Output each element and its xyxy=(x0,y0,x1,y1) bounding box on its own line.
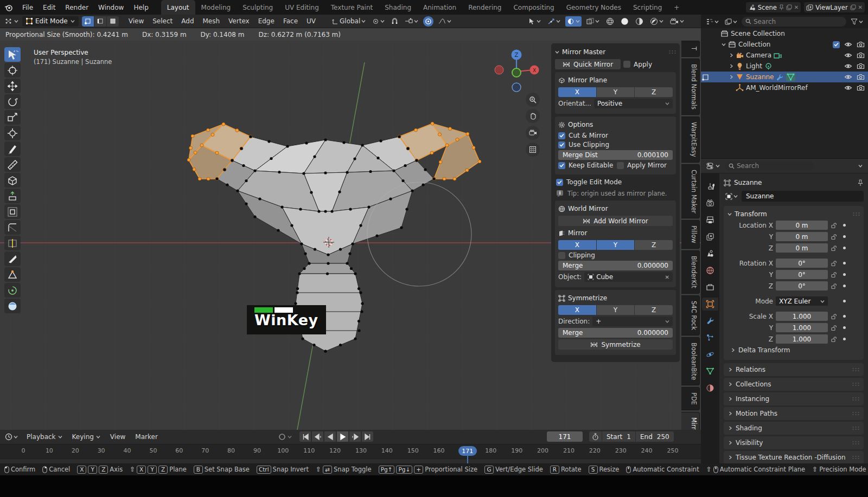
auto-keying-toggle[interactable] xyxy=(278,433,292,441)
world-clipping-checkbox[interactable]: Clipping xyxy=(558,251,595,259)
chevron-down-icon[interactable] xyxy=(727,212,732,216)
animate-property-dot[interactable] xyxy=(843,326,846,329)
workspace-tab-shading[interactable]: Shading xyxy=(379,0,417,15)
workspace-tab-sculpting[interactable]: Sculpting xyxy=(237,0,279,15)
world-mirror-axis-z[interactable]: Z xyxy=(635,240,673,250)
playhead-pill[interactable]: 171 xyxy=(458,446,477,456)
add-cube-tool[interactable] xyxy=(4,173,21,188)
delete-scene-icon[interactable]: ✕ xyxy=(794,4,799,10)
animate-property-dot[interactable] xyxy=(843,338,846,340)
camera-view-icon[interactable] xyxy=(526,126,540,140)
vertex-select-button[interactable] xyxy=(82,16,94,27)
play-back-button[interactable] xyxy=(324,431,336,442)
snap-target-dropdown[interactable] xyxy=(403,17,420,25)
proportional-editing-toggle[interactable] xyxy=(423,16,433,27)
chevron-right-icon[interactable] xyxy=(729,53,733,57)
properties-options-dropdown[interactable] xyxy=(857,163,864,169)
delta-transform-toggle[interactable]: Delta Transform xyxy=(731,345,860,356)
add-world-mirror-button[interactable]: Add World Mirror xyxy=(558,216,673,226)
lock-icon[interactable] xyxy=(831,336,837,343)
viewport-menu-mesh[interactable]: Mesh xyxy=(199,17,225,25)
merge-dist-field[interactable]: Merge Dist0.000100 xyxy=(558,150,673,160)
object-data-tab[interactable] xyxy=(702,365,718,378)
gizmos-toggle[interactable] xyxy=(546,17,562,25)
quick-mirror-button[interactable]: Quick Mirror xyxy=(555,59,621,69)
inset-faces-tool[interactable] xyxy=(4,204,21,219)
viewport-menu-uv[interactable]: UV xyxy=(302,17,320,25)
transform-value-field[interactable]: 0 m xyxy=(776,232,828,241)
world-tab[interactable] xyxy=(702,264,718,277)
eye-icon[interactable] xyxy=(844,51,852,59)
render-visibility-icon[interactable] xyxy=(857,51,865,59)
transform-value-field[interactable]: 1.000 xyxy=(776,334,828,344)
lock-icon[interactable] xyxy=(831,283,837,289)
outliner-row-light[interactable]: Light xyxy=(701,61,868,72)
object-tab[interactable] xyxy=(702,298,718,311)
panel-collections[interactable]: Collections xyxy=(724,378,864,391)
viewport-menu-edge[interactable]: Edge xyxy=(254,17,279,25)
menu-help[interactable]: Help xyxy=(129,4,153,11)
eye-icon[interactable] xyxy=(844,84,852,92)
jump-end-button[interactable] xyxy=(362,431,373,442)
symmetrize-axis-z[interactable]: Z xyxy=(635,305,673,315)
object-name-field[interactable]: Suzanne xyxy=(742,191,864,202)
selectability-dropdown[interactable] xyxy=(526,17,542,25)
use-clipping-checkbox[interactable]: Use Clipping xyxy=(558,141,609,149)
panel-instancing[interactable]: Instancing xyxy=(724,392,864,405)
viewport-menu-vertex[interactable]: Vertex xyxy=(224,17,254,25)
lock-icon[interactable] xyxy=(831,245,837,251)
symmetrize-axis-y[interactable]: Y xyxy=(597,305,635,315)
symmetrize-axis-x[interactable]: X xyxy=(558,305,596,315)
sidebar-tab-t[interactable]: T xyxy=(681,41,700,57)
transform-value-field[interactable]: 0 m xyxy=(776,243,828,253)
menu-edit[interactable]: Edit xyxy=(38,4,60,11)
physics-tab[interactable] xyxy=(702,348,718,361)
world-mirror-axes-header[interactable]: Mirror xyxy=(558,228,673,238)
panel-shading[interactable]: Shading xyxy=(724,422,864,435)
editor-type-button[interactable] xyxy=(3,17,20,25)
scene-tab[interactable] xyxy=(702,247,718,260)
world-mirror-axis-y[interactable]: Y xyxy=(597,240,635,250)
frame-start-field[interactable]: Start1 xyxy=(602,431,635,442)
mirror-plane-header[interactable]: Mirror Plane xyxy=(558,75,673,86)
outliner-row-collection[interactable]: Collection xyxy=(701,39,868,50)
chevron-down-icon[interactable] xyxy=(722,42,726,47)
render-preview-dropdown[interactable] xyxy=(668,17,686,25)
mirror-plane-axis-x[interactable]: X xyxy=(558,87,596,97)
scene-selector[interactable]: Scene ✕ xyxy=(746,2,801,12)
prev-key-button[interactable] xyxy=(312,431,323,442)
sidebar-tab-pde[interactable]: PDE xyxy=(681,387,700,410)
knife-tool[interactable] xyxy=(4,251,21,266)
outliner-library-dropdown[interactable] xyxy=(723,18,739,25)
mode-dropdown[interactable]: Edit Mode xyxy=(22,16,79,27)
panel-grip-icon[interactable] xyxy=(668,50,676,54)
orientation-dropdown[interactable]: Positive xyxy=(594,99,673,108)
collection-tab[interactable] xyxy=(702,281,718,294)
workspace-tab-animation[interactable]: Animation xyxy=(417,0,462,15)
scale-tool[interactable] xyxy=(4,110,21,125)
zoom-tool-icon[interactable] xyxy=(526,93,540,107)
sidebar-tab-mirror-master[interactable]: Mirror Master xyxy=(681,412,700,430)
remove-viewlayer-icon[interactable]: ✕ xyxy=(858,4,863,10)
spin-tool[interactable] xyxy=(4,283,21,298)
transform-value-field[interactable]: 0 m xyxy=(776,221,828,230)
sidebar-tab-booleanbite[interactable]: BooleanBite xyxy=(681,337,700,385)
timeline-menu-marker[interactable]: Marker xyxy=(130,433,162,441)
new-viewlayer-icon[interactable] xyxy=(850,4,856,10)
workspace-tab-scripting[interactable]: Scripting xyxy=(627,0,668,15)
navigation-gizmo[interactable]: ZX xyxy=(491,46,542,98)
shading-material-button[interactable] xyxy=(634,17,645,26)
collection-checkbox[interactable] xyxy=(833,41,840,48)
keep-editable-checkbox[interactable]: Keep Editable xyxy=(558,162,614,169)
edge-select-button[interactable] xyxy=(94,16,106,27)
panel-motion-paths[interactable]: Motion Paths xyxy=(724,407,864,420)
outliner-filter-button[interactable] xyxy=(849,18,865,25)
menu-window[interactable]: Window xyxy=(93,4,129,11)
viewlayer-selector[interactable]: ViewLayer ✕ xyxy=(804,2,865,12)
loop-cut-tool[interactable] xyxy=(4,236,21,250)
eye-icon[interactable] xyxy=(844,73,852,81)
workspace-tab-geometry-nodes[interactable]: Geometry Nodes xyxy=(560,0,627,15)
tweak-select-tool[interactable] xyxy=(4,47,21,62)
workspace-tab-texture-paint[interactable]: Texture Paint xyxy=(325,0,379,15)
properties-search-input[interactable]: Search xyxy=(725,161,814,171)
